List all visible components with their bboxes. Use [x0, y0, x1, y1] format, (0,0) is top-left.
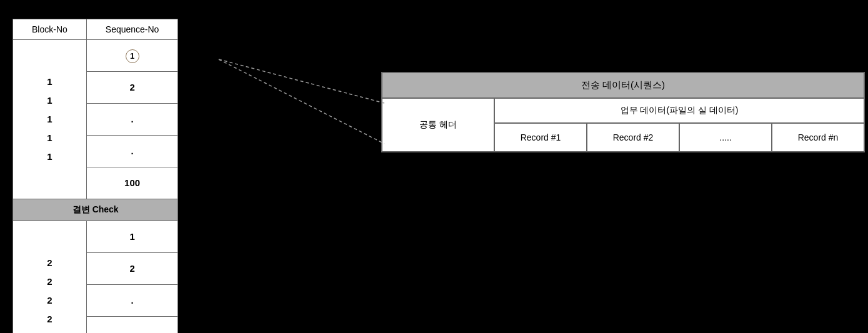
block-no-header: Block-No [13, 19, 87, 40]
seq1-dot1: . [86, 104, 178, 136]
common-header: 공통 헤더 [382, 99, 495, 151]
record-n: Record #n [772, 124, 864, 151]
seq1-first: 1 [86, 40, 178, 72]
record-dots: ..... [680, 124, 772, 151]
seq1-100: 100 [86, 167, 178, 199]
right-body: 공통 헤더 업무 데이터(파일의 실 데이터) Record #1 Record… [382, 99, 864, 151]
left-table-container: Block-No Sequence-No 11111 1 2 . . [12, 19, 178, 333]
circled-1: 1 [126, 49, 139, 63]
common-header-label: 공통 헤더 [419, 119, 457, 131]
record-1: Record #1 [495, 124, 587, 151]
right-diagram: 전송 데이터(시퀀스) 공통 헤더 업무 데이터(파일의 실 데이터) Reco… [381, 72, 865, 152]
record-2: Record #2 [587, 124, 680, 151]
block2-values: 22222 [13, 221, 87, 334]
check-row-1: 결변 Check [13, 199, 178, 221]
business-data-header: 업무 데이터(파일의 실 데이터) [495, 99, 864, 124]
check-label-1: 결변 Check [13, 199, 178, 221]
block-sequence-table: Block-No Sequence-No 11111 1 2 . . [12, 19, 178, 333]
records-row: Record #1 Record #2 ..... Record #n [495, 124, 864, 151]
dashed-arrow-line2 [219, 59, 384, 144]
seq2-dot2: . [86, 317, 178, 334]
table-row: 22222 1 [13, 221, 178, 253]
dashed-arrow-line [219, 59, 384, 103]
table-row: 11111 1 [13, 40, 178, 72]
seq2-2: 2 [86, 253, 178, 285]
seq1-dot2: . [86, 136, 178, 167]
seq2-dot1: . [86, 285, 178, 317]
main-title: 전송 데이터(시퀀스) [382, 73, 864, 99]
sequence-no-header: Sequence-No [86, 19, 178, 40]
seq1-2: 2 [86, 72, 178, 104]
block1-values: 11111 [13, 40, 87, 199]
seq2-1: 1 [86, 221, 178, 253]
business-data-col: 업무 데이터(파일의 실 데이터) Record #1 Record #2 ..… [495, 99, 864, 151]
